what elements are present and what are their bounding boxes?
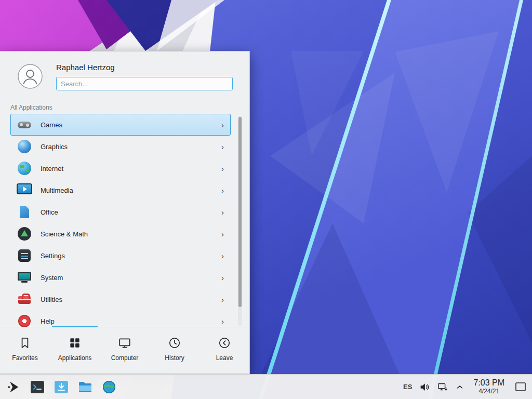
taskbar-app-web-browser[interactable] [100, 377, 118, 397]
category-label: Graphics [41, 143, 68, 151]
clock-date: 4/24/21 [478, 388, 499, 395]
category-label: Utilities [41, 296, 62, 303]
taskbar-app-terminal[interactable] [28, 377, 47, 397]
chevron-right-icon: › [221, 165, 224, 172]
help-ring-icon [16, 313, 33, 328]
launcher-tab-bar: Favorites Applications Computer History … [0, 327, 249, 374]
clock-icon [168, 336, 181, 350]
clock-widget[interactable]: 7:03 PM 4/24/21 [473, 378, 504, 395]
chevron-right-icon: › [221, 296, 224, 303]
document-icon [16, 204, 33, 220]
scrollbar-thumb[interactable] [238, 117, 242, 307]
bookmark-icon [18, 336, 32, 350]
category-games[interactable]: Games › [10, 114, 231, 136]
chevron-right-icon: › [221, 230, 224, 238]
chevron-right-icon: › [221, 208, 224, 216]
terminal-icon [30, 379, 45, 395]
computer-icon [118, 336, 131, 350]
category-help[interactable]: Help › [10, 310, 231, 328]
category-office[interactable]: Office › [10, 201, 231, 223]
tab-history[interactable]: History [150, 327, 200, 374]
taskbar-app-file-manager[interactable] [76, 377, 95, 397]
search-input[interactable] [56, 77, 233, 90]
flask-icon [16, 225, 33, 242]
chevron-right-icon: › [221, 274, 224, 282]
volume-icon[interactable] [419, 381, 430, 393]
chevron-right-icon: › [221, 143, 224, 151]
tab-computer[interactable]: Computer [100, 327, 150, 374]
file-manager-icon [77, 379, 93, 395]
system-monitor-icon [16, 269, 33, 286]
globe-icon [16, 160, 33, 177]
gamepad-icon [16, 116, 33, 133]
taskbar: ES 7:03 PM 4/24/21 [0, 374, 532, 399]
category-label: Science & Math [41, 230, 88, 238]
tab-label: Computer [111, 354, 139, 362]
settings-panel-icon [16, 247, 33, 264]
app-launcher-button[interactable] [4, 377, 23, 397]
category-internet[interactable]: Internet › [10, 157, 231, 179]
category-list: Games › Graphics › Internet › Multimedia… [10, 114, 232, 328]
keyboard-layout-indicator[interactable]: ES [403, 383, 412, 391]
section-label: All Applications [10, 104, 52, 111]
category-label: Office [41, 208, 58, 216]
category-label: System [41, 274, 63, 282]
toolbox-icon [16, 291, 33, 308]
monitor-play-icon [16, 182, 33, 198]
category-label: Games [41, 121, 62, 129]
user-avatar-icon [18, 64, 43, 89]
category-science-math[interactable]: Science & Math › [10, 223, 231, 245]
tab-label: Leave [216, 354, 233, 362]
scrollbar-track[interactable] [238, 116, 242, 326]
taskbar-app-software-center[interactable] [52, 377, 71, 397]
chevron-right-icon: › [221, 187, 224, 194]
user-name: Raphael Hertzog [56, 63, 115, 72]
category-graphics[interactable]: Graphics › [10, 136, 231, 157]
graphics-sphere-icon [16, 138, 33, 155]
category-settings[interactable]: Settings › [10, 245, 231, 267]
tab-applications[interactable]: Applications [50, 327, 100, 374]
network-icon[interactable] [437, 381, 448, 393]
active-tab-indicator [52, 326, 98, 327]
category-label: Help [41, 317, 55, 325]
category-multimedia[interactable]: Multimedia › [10, 179, 231, 201]
tab-label: Applications [58, 354, 92, 362]
system-tray: ES 7:03 PM 4/24/21 [403, 378, 529, 395]
chevron-right-icon: › [221, 252, 224, 260]
category-label: Multimedia [41, 187, 73, 194]
app-grid-icon [68, 336, 82, 350]
show-desktop-button[interactable] [514, 381, 527, 393]
category-label: Settings [41, 252, 65, 260]
software-center-icon [54, 379, 69, 395]
launcher-header: Raphael Hertzog [0, 51, 249, 101]
tab-label: Favorites [12, 354, 37, 362]
expand-tray-chevron-icon[interactable] [455, 382, 464, 392]
category-utilities[interactable]: Utilities › [10, 288, 231, 310]
user-avatar[interactable] [18, 64, 43, 89]
tab-favorites[interactable]: Favorites [0, 327, 50, 374]
app-launcher-icon [6, 380, 21, 394]
web-browser-icon [101, 379, 117, 395]
leave-icon [218, 336, 231, 350]
chevron-right-icon: › [221, 317, 224, 325]
tab-leave[interactable]: Leave [200, 327, 249, 374]
category-system[interactable]: System › [10, 267, 231, 288]
category-label: Internet [41, 165, 63, 172]
show-desktop-icon [514, 381, 527, 393]
clock-time: 7:03 PM [473, 378, 504, 388]
tab-label: History [165, 354, 184, 362]
chevron-right-icon: › [221, 121, 224, 129]
application-launcher-menu: Raphael Hertzog All Applications Games ›… [0, 51, 250, 374]
